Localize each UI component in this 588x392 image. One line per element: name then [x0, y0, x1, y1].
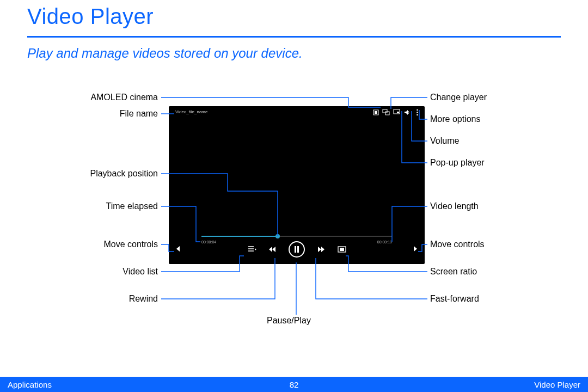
- svg-point-8: [416, 112, 418, 113]
- change-player-icon[interactable]: [383, 109, 389, 115]
- svg-marker-14: [272, 247, 275, 252]
- svg-rect-5: [397, 112, 399, 113]
- title-rule: [27, 36, 561, 38]
- label-popup-player: Pop-up player: [430, 158, 572, 168]
- screen-ratio-icon[interactable]: [338, 245, 346, 254]
- page-title: Video Player: [27, 4, 154, 29]
- label-file-name: File name: [16, 109, 158, 119]
- label-video-list: Video list: [16, 267, 158, 277]
- label-amoled-cinema: AMOLED cinema: [16, 93, 158, 102]
- label-fast-forward: Fast-forward: [430, 294, 572, 304]
- rewind-icon[interactable]: [268, 245, 277, 254]
- label-volume: Volume: [430, 136, 572, 146]
- more-options-icon[interactable]: [414, 109, 420, 115]
- amoled-icon[interactable]: [373, 109, 379, 115]
- svg-marker-18: [321, 247, 324, 252]
- label-playback-position: Playback position: [16, 169, 158, 179]
- popup-player-icon[interactable]: [394, 109, 400, 115]
- svg-point-7: [416, 109, 418, 111]
- volume-icon[interactable]: [404, 109, 410, 115]
- svg-marker-12: [255, 248, 256, 250]
- pause-play-button[interactable]: [289, 241, 305, 258]
- label-move-controls-right: Move controls: [430, 240, 572, 249]
- label-change-player: Change player: [430, 93, 572, 102]
- label-rewind: Rewind: [16, 294, 158, 304]
- page-subtitle: Play and manage videos stored on your de…: [27, 46, 303, 61]
- progress-bar[interactable]: [201, 236, 392, 237]
- video-list-icon[interactable]: [247, 245, 256, 254]
- video-player-figure: Video_file_name 00:00:04 00:00:10: [169, 106, 425, 264]
- svg-rect-1: [375, 111, 377, 114]
- svg-rect-16: [297, 246, 299, 253]
- page-footer: Applications 82 Video Player: [0, 377, 588, 392]
- video-filename: Video_file_name: [175, 109, 207, 114]
- progress-done: [201, 236, 278, 237]
- svg-marker-13: [269, 247, 272, 252]
- label-more-options: More options: [430, 114, 572, 124]
- label-move-controls-left: Move controls: [16, 240, 158, 249]
- svg-rect-2: [383, 109, 387, 113]
- svg-marker-17: [318, 247, 321, 252]
- footer-page-number: 82: [0, 380, 588, 389]
- label-time-elapsed: Time elapsed: [16, 201, 158, 211]
- label-pause-play: Pause/Play: [267, 316, 311, 326]
- label-video-length: Video length: [430, 201, 572, 211]
- progress-handle[interactable]: [275, 234, 280, 238]
- svg-point-9: [416, 114, 418, 116]
- label-screen-ratio: Screen ratio: [430, 267, 572, 277]
- svg-marker-6: [405, 110, 408, 115]
- fast-forward-icon[interactable]: [317, 245, 326, 254]
- svg-rect-20: [340, 248, 344, 251]
- svg-rect-15: [295, 246, 296, 253]
